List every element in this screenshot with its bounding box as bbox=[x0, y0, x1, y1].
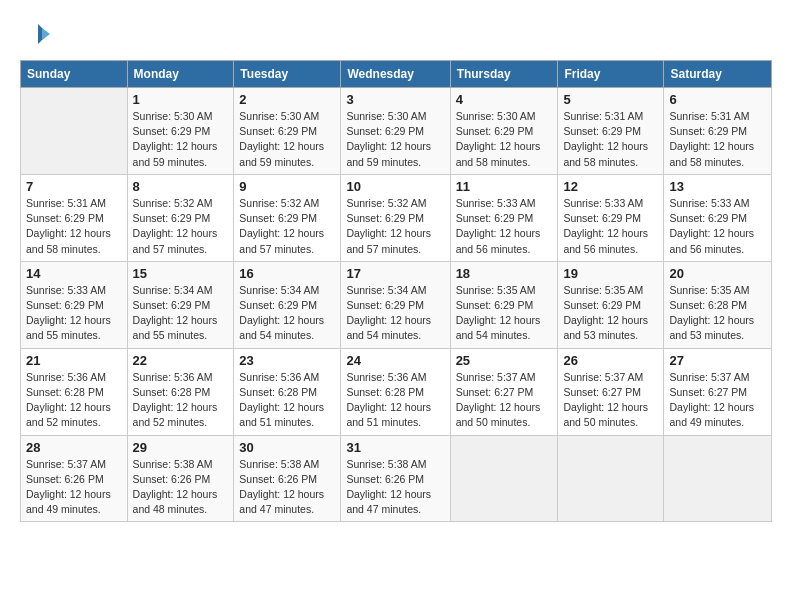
weekday-header: Monday bbox=[127, 61, 234, 88]
day-info: Sunrise: 5:33 AM Sunset: 6:29 PM Dayligh… bbox=[563, 196, 658, 257]
day-info: Sunrise: 5:31 AM Sunset: 6:29 PM Dayligh… bbox=[563, 109, 658, 170]
weekday-header: Friday bbox=[558, 61, 664, 88]
day-info: Sunrise: 5:31 AM Sunset: 6:29 PM Dayligh… bbox=[669, 109, 766, 170]
calendar-cell: 17Sunrise: 5:34 AM Sunset: 6:29 PM Dayli… bbox=[341, 261, 450, 348]
day-number: 1 bbox=[133, 92, 229, 107]
calendar-cell: 25Sunrise: 5:37 AM Sunset: 6:27 PM Dayli… bbox=[450, 348, 558, 435]
calendar-cell: 2Sunrise: 5:30 AM Sunset: 6:29 PM Daylig… bbox=[234, 88, 341, 175]
day-info: Sunrise: 5:34 AM Sunset: 6:29 PM Dayligh… bbox=[239, 283, 335, 344]
calendar-week-row: 7Sunrise: 5:31 AM Sunset: 6:29 PM Daylig… bbox=[21, 174, 772, 261]
day-info: Sunrise: 5:36 AM Sunset: 6:28 PM Dayligh… bbox=[133, 370, 229, 431]
calendar-cell: 31Sunrise: 5:38 AM Sunset: 6:26 PM Dayli… bbox=[341, 435, 450, 522]
day-info: Sunrise: 5:36 AM Sunset: 6:28 PM Dayligh… bbox=[346, 370, 444, 431]
day-info: Sunrise: 5:34 AM Sunset: 6:29 PM Dayligh… bbox=[133, 283, 229, 344]
day-number: 20 bbox=[669, 266, 766, 281]
calendar-cell: 8Sunrise: 5:32 AM Sunset: 6:29 PM Daylig… bbox=[127, 174, 234, 261]
calendar-cell: 28Sunrise: 5:37 AM Sunset: 6:26 PM Dayli… bbox=[21, 435, 128, 522]
day-info: Sunrise: 5:35 AM Sunset: 6:29 PM Dayligh… bbox=[456, 283, 553, 344]
weekday-header: Tuesday bbox=[234, 61, 341, 88]
day-info: Sunrise: 5:30 AM Sunset: 6:29 PM Dayligh… bbox=[346, 109, 444, 170]
day-number: 10 bbox=[346, 179, 444, 194]
calendar-cell bbox=[664, 435, 772, 522]
calendar-cell: 12Sunrise: 5:33 AM Sunset: 6:29 PM Dayli… bbox=[558, 174, 664, 261]
calendar-week-row: 21Sunrise: 5:36 AM Sunset: 6:28 PM Dayli… bbox=[21, 348, 772, 435]
weekday-header: Sunday bbox=[21, 61, 128, 88]
svg-marker-1 bbox=[42, 28, 50, 40]
page-header bbox=[20, 20, 772, 50]
calendar-week-row: 14Sunrise: 5:33 AM Sunset: 6:29 PM Dayli… bbox=[21, 261, 772, 348]
calendar-cell: 21Sunrise: 5:36 AM Sunset: 6:28 PM Dayli… bbox=[21, 348, 128, 435]
day-number: 18 bbox=[456, 266, 553, 281]
calendar-cell: 15Sunrise: 5:34 AM Sunset: 6:29 PM Dayli… bbox=[127, 261, 234, 348]
day-number: 11 bbox=[456, 179, 553, 194]
calendar-week-row: 28Sunrise: 5:37 AM Sunset: 6:26 PM Dayli… bbox=[21, 435, 772, 522]
calendar-week-row: 1Sunrise: 5:30 AM Sunset: 6:29 PM Daylig… bbox=[21, 88, 772, 175]
day-number: 22 bbox=[133, 353, 229, 368]
day-number: 13 bbox=[669, 179, 766, 194]
day-number: 14 bbox=[26, 266, 122, 281]
day-info: Sunrise: 5:38 AM Sunset: 6:26 PM Dayligh… bbox=[239, 457, 335, 518]
day-number: 8 bbox=[133, 179, 229, 194]
day-number: 24 bbox=[346, 353, 444, 368]
day-info: Sunrise: 5:38 AM Sunset: 6:26 PM Dayligh… bbox=[133, 457, 229, 518]
calendar-cell: 23Sunrise: 5:36 AM Sunset: 6:28 PM Dayli… bbox=[234, 348, 341, 435]
day-number: 5 bbox=[563, 92, 658, 107]
day-info: Sunrise: 5:30 AM Sunset: 6:29 PM Dayligh… bbox=[456, 109, 553, 170]
day-number: 26 bbox=[563, 353, 658, 368]
day-number: 28 bbox=[26, 440, 122, 455]
calendar-cell: 20Sunrise: 5:35 AM Sunset: 6:28 PM Dayli… bbox=[664, 261, 772, 348]
calendar-cell: 30Sunrise: 5:38 AM Sunset: 6:26 PM Dayli… bbox=[234, 435, 341, 522]
calendar-cell: 24Sunrise: 5:36 AM Sunset: 6:28 PM Dayli… bbox=[341, 348, 450, 435]
day-info: Sunrise: 5:33 AM Sunset: 6:29 PM Dayligh… bbox=[669, 196, 766, 257]
calendar-cell: 27Sunrise: 5:37 AM Sunset: 6:27 PM Dayli… bbox=[664, 348, 772, 435]
calendar-body: 1Sunrise: 5:30 AM Sunset: 6:29 PM Daylig… bbox=[21, 88, 772, 522]
day-number: 31 bbox=[346, 440, 444, 455]
calendar-cell: 3Sunrise: 5:30 AM Sunset: 6:29 PM Daylig… bbox=[341, 88, 450, 175]
day-number: 30 bbox=[239, 440, 335, 455]
day-number: 12 bbox=[563, 179, 658, 194]
day-info: Sunrise: 5:36 AM Sunset: 6:28 PM Dayligh… bbox=[26, 370, 122, 431]
day-number: 4 bbox=[456, 92, 553, 107]
day-info: Sunrise: 5:37 AM Sunset: 6:27 PM Dayligh… bbox=[563, 370, 658, 431]
day-number: 23 bbox=[239, 353, 335, 368]
weekday-header: Thursday bbox=[450, 61, 558, 88]
day-info: Sunrise: 5:38 AM Sunset: 6:26 PM Dayligh… bbox=[346, 457, 444, 518]
day-info: Sunrise: 5:32 AM Sunset: 6:29 PM Dayligh… bbox=[133, 196, 229, 257]
day-info: Sunrise: 5:32 AM Sunset: 6:29 PM Dayligh… bbox=[239, 196, 335, 257]
day-number: 9 bbox=[239, 179, 335, 194]
logo bbox=[20, 20, 54, 50]
calendar-cell: 9Sunrise: 5:32 AM Sunset: 6:29 PM Daylig… bbox=[234, 174, 341, 261]
calendar-cell: 11Sunrise: 5:33 AM Sunset: 6:29 PM Dayli… bbox=[450, 174, 558, 261]
day-number: 3 bbox=[346, 92, 444, 107]
calendar-cell: 18Sunrise: 5:35 AM Sunset: 6:29 PM Dayli… bbox=[450, 261, 558, 348]
day-number: 19 bbox=[563, 266, 658, 281]
calendar-cell: 19Sunrise: 5:35 AM Sunset: 6:29 PM Dayli… bbox=[558, 261, 664, 348]
day-number: 15 bbox=[133, 266, 229, 281]
calendar-cell: 6Sunrise: 5:31 AM Sunset: 6:29 PM Daylig… bbox=[664, 88, 772, 175]
calendar-header-row: SundayMondayTuesdayWednesdayThursdayFrid… bbox=[21, 61, 772, 88]
day-info: Sunrise: 5:33 AM Sunset: 6:29 PM Dayligh… bbox=[26, 283, 122, 344]
day-number: 25 bbox=[456, 353, 553, 368]
calendar-cell: 29Sunrise: 5:38 AM Sunset: 6:26 PM Dayli… bbox=[127, 435, 234, 522]
calendar-cell: 26Sunrise: 5:37 AM Sunset: 6:27 PM Dayli… bbox=[558, 348, 664, 435]
day-number: 29 bbox=[133, 440, 229, 455]
calendar-cell: 13Sunrise: 5:33 AM Sunset: 6:29 PM Dayli… bbox=[664, 174, 772, 261]
day-info: Sunrise: 5:33 AM Sunset: 6:29 PM Dayligh… bbox=[456, 196, 553, 257]
day-info: Sunrise: 5:37 AM Sunset: 6:27 PM Dayligh… bbox=[456, 370, 553, 431]
day-info: Sunrise: 5:30 AM Sunset: 6:29 PM Dayligh… bbox=[239, 109, 335, 170]
day-info: Sunrise: 5:30 AM Sunset: 6:29 PM Dayligh… bbox=[133, 109, 229, 170]
day-info: Sunrise: 5:37 AM Sunset: 6:26 PM Dayligh… bbox=[26, 457, 122, 518]
calendar-cell: 1Sunrise: 5:30 AM Sunset: 6:29 PM Daylig… bbox=[127, 88, 234, 175]
day-info: Sunrise: 5:34 AM Sunset: 6:29 PM Dayligh… bbox=[346, 283, 444, 344]
day-info: Sunrise: 5:32 AM Sunset: 6:29 PM Dayligh… bbox=[346, 196, 444, 257]
day-info: Sunrise: 5:36 AM Sunset: 6:28 PM Dayligh… bbox=[239, 370, 335, 431]
day-number: 17 bbox=[346, 266, 444, 281]
calendar-cell bbox=[21, 88, 128, 175]
day-number: 2 bbox=[239, 92, 335, 107]
weekday-header: Saturday bbox=[664, 61, 772, 88]
calendar-cell bbox=[558, 435, 664, 522]
calendar-cell: 16Sunrise: 5:34 AM Sunset: 6:29 PM Dayli… bbox=[234, 261, 341, 348]
day-number: 21 bbox=[26, 353, 122, 368]
calendar-cell: 5Sunrise: 5:31 AM Sunset: 6:29 PM Daylig… bbox=[558, 88, 664, 175]
calendar-cell: 4Sunrise: 5:30 AM Sunset: 6:29 PM Daylig… bbox=[450, 88, 558, 175]
